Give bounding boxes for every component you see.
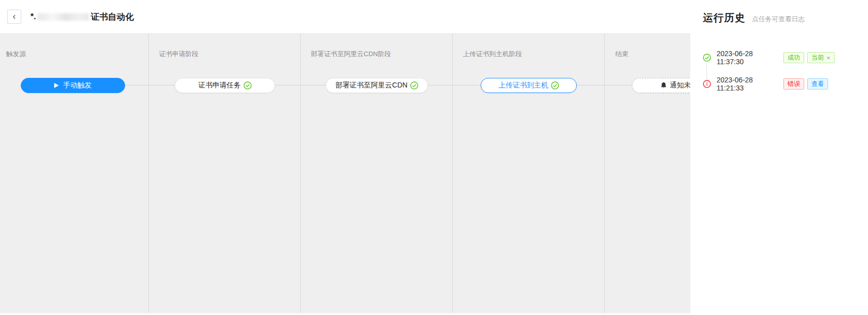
task-node-label: 手动触发: [63, 81, 92, 90]
task-node-label: 证书申请任务: [199, 81, 241, 90]
page-title: *. 证书自动化: [30, 11, 134, 23]
close-icon[interactable]: ×: [826, 55, 831, 61]
stage-column-deploy-cdn: 部署证书至阿里云CDN阶段: [301, 34, 453, 315]
status-badge-success: 成功: [783, 52, 804, 63]
stage-label: 上传证书到主机阶段: [463, 50, 522, 59]
run-history-entry[interactable]: 2023-06-28 11:21:33 错误 查看: [703, 78, 828, 90]
run-history-entry[interactable]: 2023-06-28 11:37:30 成功 当前 ×: [703, 52, 835, 64]
timeline-connector: [706, 63, 707, 79]
check-circle-icon: [551, 81, 559, 89]
check-circle-icon: [410, 81, 418, 89]
status-badge-label: 错误: [787, 81, 800, 87]
redacted-domain-segment: [37, 13, 89, 21]
current-run-badge[interactable]: 当前 ×: [807, 52, 835, 63]
task-node-manual-trigger[interactable]: 手动触发: [21, 78, 125, 93]
task-node-upload-host[interactable]: 上传证书到主机: [481, 78, 577, 93]
stage-label: 证书申请阶段: [159, 50, 199, 59]
view-log-badge[interactable]: 查看: [807, 78, 828, 89]
status-badge-label: 成功: [787, 55, 800, 61]
bell-icon: [660, 82, 667, 89]
current-badge-label: 当前: [811, 55, 824, 61]
run-timestamp: 2023-06-28 11:21:33: [717, 76, 780, 92]
task-node-deploy-cdn[interactable]: 部署证书至阿里云CDN: [326, 78, 428, 93]
check-circle-icon: [244, 81, 252, 89]
back-button[interactable]: ‹: [7, 10, 21, 24]
view-log-label: 查看: [811, 81, 824, 87]
stage-label: 结束: [615, 50, 628, 59]
run-history-header: 运行历史 点任务可查看日志: [703, 11, 805, 25]
back-chevron-icon: ‹: [13, 12, 16, 21]
run-history-title: 运行历史: [703, 11, 745, 25]
run-history-panel: 运行历史 点任务可查看日志 2023-06-28 11:37:30 成功 当前 …: [690, 0, 868, 315]
task-node-label: 部署证书至阿里云CDN: [335, 81, 407, 90]
stage-label: 触发源: [6, 50, 26, 59]
stage-label: 部署证书至阿里云CDN阶段: [311, 50, 391, 59]
canvas-bottom-strip: [0, 313, 690, 315]
status-badge-error: 错误: [783, 78, 804, 89]
play-icon: [54, 83, 59, 88]
page-title-prefix: *.: [30, 12, 36, 22]
task-node-cert-apply[interactable]: 证书申请任务: [175, 78, 275, 93]
page-title-suffix: 证书自动化: [91, 11, 134, 23]
stage-column-cert-apply: 证书申请阶段: [149, 34, 301, 315]
success-circle-icon: [703, 54, 711, 62]
task-node-label: 上传证书到主机: [499, 81, 548, 90]
run-timestamp: 2023-06-28 11:37:30: [717, 50, 780, 66]
stage-column-trigger: 触发源: [0, 34, 149, 315]
error-circle-icon: [703, 80, 711, 88]
stage-column-upload-host: 上传证书到主机阶段: [453, 34, 605, 315]
run-history-subtitle: 点任务可查看日志: [752, 15, 805, 25]
